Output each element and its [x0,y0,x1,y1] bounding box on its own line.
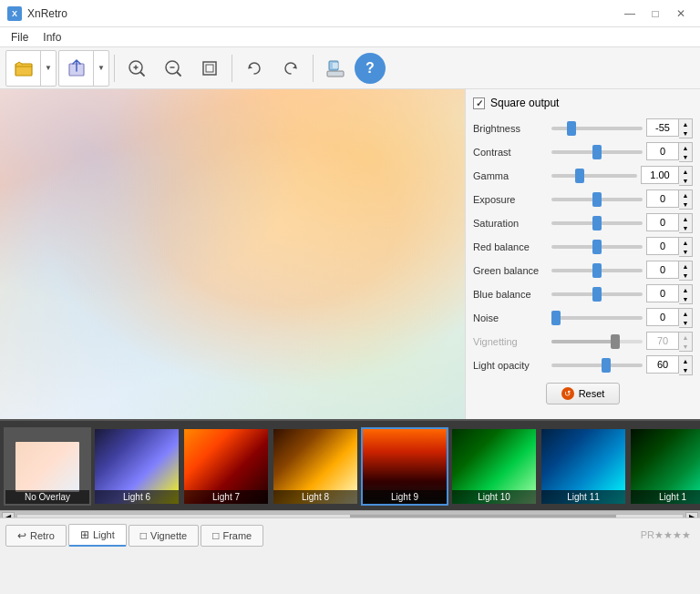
svg-line-8 [178,72,181,76]
share-button[interactable] [59,51,94,86]
app-icon: X [7,6,22,21]
blue-balance-track[interactable] [551,292,643,296]
filmstrip-item-light11[interactable]: Light 11 [540,427,627,506]
contrast-track[interactable] [551,150,643,154]
rotate-right-button[interactable] [273,51,308,86]
filmstrip: No Overlay Light 6 Light 7 Light 8 Light… [0,423,700,510]
saturation-track[interactable] [551,221,643,225]
tab-frame[interactable]: □ Frame [201,525,263,547]
separator-2 [232,55,232,82]
saturation-value: 0 ▲ ▼ [646,213,693,233]
filmstrip-item-light8[interactable]: Light 8 [272,427,359,506]
tab-light[interactable]: ⊞ Light [68,524,127,547]
vignetting-thumb [611,334,620,349]
scroll-thumb[interactable] [350,515,616,518]
scroll-track[interactable] [16,514,684,518]
gamma-down[interactable]: ▼ [679,176,692,185]
app-title: XnRetro [27,7,67,20]
green-balance-down[interactable]: ▼ [679,271,692,280]
tab-vignette[interactable]: □ Vignette [129,525,199,547]
svg-rect-10 [206,65,213,72]
menu-file[interactable]: File [4,29,36,46]
reset-btn-container: ↺ Reset [473,383,693,405]
gamma-thumb[interactable] [575,169,584,183]
filmstrip-item-light10[interactable]: Light 10 [450,427,538,506]
brightness-down[interactable]: ▼ [679,128,692,138]
brightness-thumb[interactable] [567,121,576,136]
noise-track[interactable] [551,316,643,320]
brightness-up[interactable]: ▲ [679,119,692,128]
green-balance-track[interactable] [551,269,643,272]
scroll-left-arrow[interactable]: ◀ [2,512,15,518]
close-button[interactable]: ✕ [669,5,693,23]
green-balance-thumb[interactable] [592,263,602,278]
zoom-fit-button[interactable] [192,51,227,86]
contrast-thumb[interactable] [592,145,602,159]
blue-balance-down[interactable]: ▼ [679,294,692,303]
filmstrip-item-light12[interactable]: Light 1 [629,427,700,506]
noise-value-box[interactable]: 0 [646,308,679,326]
rotate-left-button[interactable] [237,51,272,86]
gamma-value-box[interactable]: 1.00 [641,166,679,184]
contrast-down[interactable]: ▼ [679,152,692,161]
red-balance-track[interactable] [551,245,643,249]
gamma-up[interactable]: ▲ [679,167,692,176]
green-balance-value-box[interactable]: 0 [646,261,679,279]
gamma-track[interactable] [551,174,637,178]
filmstrip-item-light6[interactable]: Light 6 [93,427,180,506]
filmstrip-item-light9[interactable]: Light 9 [361,427,448,506]
exposure-track[interactable] [551,198,643,201]
reset-button[interactable]: ↺ Reset [546,383,621,405]
noise-thumb[interactable] [551,311,561,325]
exposure-value-box[interactable]: 0 [646,189,679,208]
scroll-right-arrow[interactable]: ▶ [685,512,698,518]
image-canvas [0,89,465,419]
zoom-in-button[interactable] [119,51,154,86]
minimize-button[interactable]: — [618,5,642,23]
light-opacity-up[interactable]: ▲ [679,356,692,365]
open-dropdown-button[interactable]: ▼ [41,51,56,86]
export-button[interactable] [318,51,353,86]
zoom-out-button[interactable] [156,51,190,86]
vignetting-value-box: 70 [646,332,679,350]
light-opacity-down[interactable]: ▼ [679,365,692,374]
saturation-down[interactable]: ▼ [679,223,692,232]
square-output-checkbox[interactable] [473,97,485,109]
share-dropdown-button[interactable]: ▼ [94,51,108,86]
blue-balance-thumb[interactable] [592,287,602,302]
blue-balance-up[interactable]: ▲ [679,285,692,294]
contrast-value-box[interactable]: 0 [646,142,679,160]
noise-down[interactable]: ▼ [679,318,692,327]
red-balance-down[interactable]: ▼ [679,247,692,256]
exposure-row: Exposure 0 ▲ ▼ [473,189,693,210]
light-opacity-thumb[interactable] [602,358,611,373]
red-balance-up[interactable]: ▲ [679,238,692,247]
brightness-value-box[interactable]: -55 [646,118,679,137]
light-opacity-value: 60 ▲ ▼ [646,355,693,375]
filmstrip-item-light7[interactable]: Light 7 [182,427,270,506]
noise-label: Noise [473,312,548,323]
light-opacity-track[interactable] [551,364,643,367]
contrast-up[interactable]: ▲ [679,143,692,152]
noise-up[interactable]: ▲ [679,309,692,318]
green-balance-up[interactable]: ▲ [679,261,692,271]
exposure-down[interactable]: ▼ [679,200,692,209]
exposure-thumb[interactable] [592,192,602,207]
menu-info[interactable]: Info [36,29,68,46]
brightness-track[interactable] [551,127,643,130]
saturation-value-box[interactable]: 0 [646,213,679,231]
open-button[interactable] [6,51,41,86]
red-balance-value-box[interactable]: 0 [646,237,679,255]
blue-balance-value-box[interactable]: 0 [646,284,679,302]
saturation-thumb[interactable] [592,216,602,230]
separator-3 [313,55,314,82]
red-balance-thumb[interactable] [592,240,602,254]
baby-photo [0,89,465,419]
tab-retro[interactable]: ↩ Retro [5,525,67,547]
light-opacity-value-box[interactable]: 60 [646,355,679,374]
maximize-button[interactable]: □ [643,5,667,23]
help-button[interactable]: ? [355,53,386,84]
saturation-up[interactable]: ▲ [679,214,692,223]
exposure-up[interactable]: ▲ [679,190,692,200]
filmstrip-item-no-overlay[interactable]: No Overlay [4,427,91,506]
